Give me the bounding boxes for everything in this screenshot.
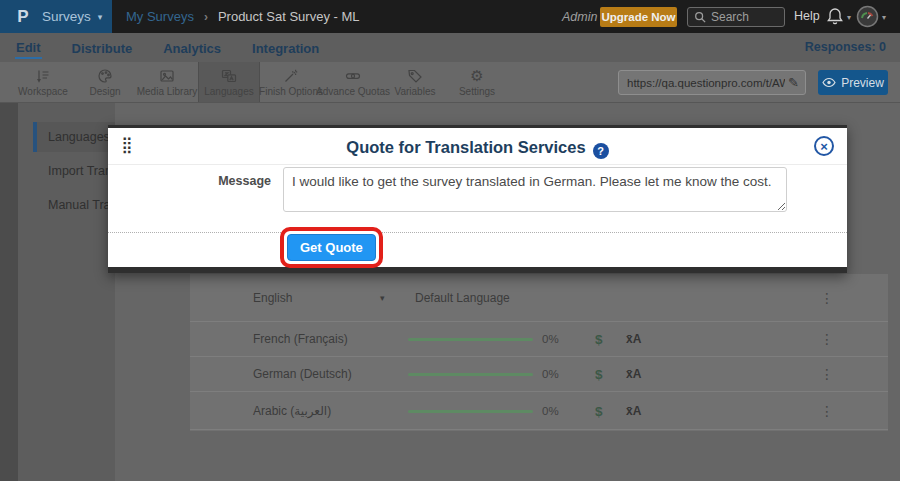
chain-link-icon bbox=[345, 68, 361, 84]
language-name: German (Deutsch) bbox=[253, 367, 352, 381]
upgrade-now-button[interactable]: Upgrade Now bbox=[600, 7, 677, 27]
preview-button[interactable]: Preview bbox=[818, 70, 888, 95]
languages-translate-icon bbox=[221, 68, 237, 84]
translation-progress-bar bbox=[408, 410, 533, 413]
translate-icon[interactable]: x̄A bbox=[626, 367, 641, 381]
row-menu-icon[interactable]: ⋮ bbox=[820, 366, 834, 382]
survey-url-input[interactable] bbox=[619, 77, 788, 89]
languages-table: English ▾ Default Language ⋮ French (Fra… bbox=[190, 274, 888, 431]
media-image-icon bbox=[159, 68, 175, 84]
help-icon[interactable]: ? bbox=[593, 143, 609, 159]
tab-edit[interactable]: Edit bbox=[15, 36, 42, 59]
toolbar-items: Workspace Design Media Library Languages… bbox=[12, 62, 508, 102]
survey-nav-tabs: Edit Distribute Analytics Integration bbox=[0, 33, 900, 62]
tab-distribute[interactable]: Distribute bbox=[71, 37, 134, 58]
bell-caret-icon[interactable]: ▾ bbox=[847, 13, 851, 22]
admin-label: Admin bbox=[562, 10, 597, 24]
sidebar-item-languages[interactable]: Languages bbox=[33, 122, 115, 152]
table-row-german: German (Deutsch) 0% $ x̄A ⋮ bbox=[190, 357, 888, 392]
preview-label: Preview bbox=[841, 76, 884, 90]
magic-wand-icon bbox=[283, 68, 299, 84]
questionpro-logo-icon: P bbox=[13, 7, 33, 27]
tag-icon bbox=[407, 68, 423, 84]
breadcrumb: My Surveys › Product Sat Survey - ML bbox=[126, 0, 360, 33]
eye-icon bbox=[822, 77, 836, 88]
account-avatar-icon[interactable] bbox=[856, 5, 879, 28]
sidebar-item-import-translation[interactable]: Import Tran bbox=[33, 156, 115, 186]
chevron-down-icon: ▾ bbox=[98, 12, 103, 22]
languages-sidebar: Languages Import Tran Manual Tran bbox=[18, 103, 115, 481]
left-rail bbox=[0, 103, 18, 481]
search-icon bbox=[694, 11, 706, 23]
table-row-default-language: English ▾ Default Language ⋮ bbox=[190, 274, 888, 322]
row-menu-icon[interactable]: ⋮ bbox=[820, 331, 834, 347]
toolbar-item-variables[interactable]: Variables bbox=[384, 62, 446, 102]
quote-dollar-icon[interactable]: $ bbox=[595, 403, 603, 418]
design-palette-icon bbox=[97, 68, 113, 84]
gear-icon: ⚙ bbox=[470, 68, 483, 84]
get-quote-button[interactable]: Get Quote bbox=[287, 234, 376, 261]
quote-dollar-icon[interactable]: $ bbox=[595, 332, 603, 347]
toolbar-item-settings[interactable]: ⚙ Settings bbox=[446, 62, 508, 102]
toolbar-item-design[interactable]: Design bbox=[74, 62, 136, 102]
avatar-caret-icon[interactable]: ▾ bbox=[882, 13, 886, 22]
breadcrumb-separator-icon: › bbox=[204, 10, 208, 24]
notifications-bell-icon[interactable] bbox=[826, 7, 844, 26]
edit-toolbar: Workspace Design Media Library Languages… bbox=[0, 62, 900, 103]
row-menu-icon[interactable]: ⋮ bbox=[820, 403, 834, 419]
toolbar-item-advance-quotas[interactable]: Advance Quotas bbox=[322, 62, 384, 102]
red-highlight-annotation: Get Quote bbox=[280, 227, 383, 268]
quote-translation-modal: ⣿ Quote for Translation Services? × Mess… bbox=[108, 125, 847, 273]
tab-analytics[interactable]: Analytics bbox=[162, 37, 222, 58]
default-language-badge: Default Language bbox=[415, 291, 510, 305]
breadcrumb-survey-title: Product Sat Survey - ML bbox=[218, 9, 360, 24]
table-row-arabic: Arabic (العربية) 0% $ x̄A ⋮ bbox=[190, 392, 888, 430]
language-name: French (Français) bbox=[253, 332, 348, 346]
language-name: English bbox=[253, 291, 292, 305]
toolbar-item-workspace[interactable]: Workspace bbox=[12, 62, 74, 102]
survey-url-box: ✎ bbox=[618, 70, 806, 95]
toolbar-item-media-library[interactable]: Media Library bbox=[136, 62, 198, 102]
toolbar-item-languages[interactable]: Languages bbox=[198, 62, 260, 102]
progress-percent: 0% bbox=[542, 405, 559, 417]
row-menu-icon[interactable]: ⋮ bbox=[820, 290, 834, 306]
responses-count: Responses: 0 bbox=[805, 40, 886, 54]
progress-percent: 0% bbox=[542, 368, 559, 380]
quote-dollar-icon[interactable]: $ bbox=[595, 367, 603, 382]
questionpro-app: P Surveys ▾ My Surveys › Product Sat Sur… bbox=[0, 0, 900, 481]
breadcrumb-my-surveys[interactable]: My Surveys bbox=[126, 9, 194, 24]
product-menu-label: Surveys bbox=[42, 9, 91, 24]
translate-icon[interactable]: x̄A bbox=[626, 332, 641, 346]
toolbar-item-finish-options[interactable]: Finish Options bbox=[260, 62, 322, 102]
translate-icon[interactable]: x̄A bbox=[626, 404, 641, 418]
chevron-down-icon[interactable]: ▾ bbox=[380, 293, 385, 303]
sidebar-item-manual-translation[interactable]: Manual Tran bbox=[33, 190, 115, 220]
edit-url-pencil-icon[interactable]: ✎ bbox=[788, 75, 805, 90]
modal-title-text: Quote for Translation Services bbox=[346, 138, 585, 156]
search-input[interactable] bbox=[711, 10, 778, 24]
translation-progress-bar bbox=[408, 373, 533, 376]
translation-progress-bar bbox=[408, 338, 533, 341]
message-textarea[interactable]: I would like to get the survey translate… bbox=[283, 167, 787, 212]
modal-title: Quote for Translation Services? bbox=[108, 128, 847, 159]
product-menu[interactable]: P Surveys ▾ bbox=[0, 0, 112, 33]
language-name: Arabic (العربية) bbox=[253, 404, 331, 418]
drag-handle-icon[interactable]: ⣿ bbox=[121, 135, 133, 154]
message-label: Message bbox=[213, 174, 271, 188]
footer-divider bbox=[108, 232, 847, 233]
help-link[interactable]: Help bbox=[794, 9, 820, 23]
modal-header: ⣿ Quote for Translation Services? × bbox=[108, 128, 847, 165]
tab-integration[interactable]: Integration bbox=[251, 37, 320, 58]
top-header: P Surveys ▾ My Surveys › Product Sat Sur… bbox=[0, 0, 900, 33]
close-icon[interactable]: × bbox=[814, 136, 834, 156]
table-row-french: French (Français) 0% $ x̄A ⋮ bbox=[190, 322, 888, 357]
progress-percent: 0% bbox=[542, 333, 559, 345]
global-search[interactable] bbox=[687, 7, 785, 27]
workspace-icon bbox=[35, 68, 51, 84]
